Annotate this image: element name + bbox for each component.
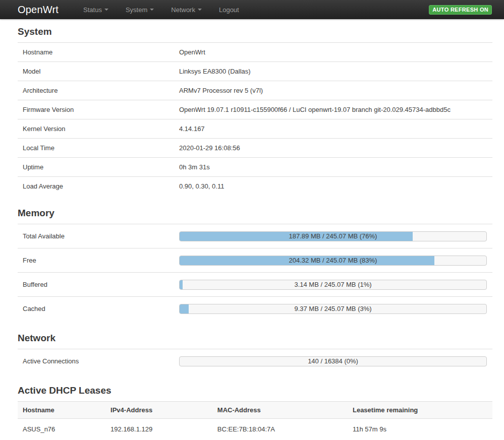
row-value: 0.90, 0.30, 0.11 xyxy=(179,182,492,190)
dhcp-leases-table: Hostname IPv4-Address MAC-Address Leaset… xyxy=(18,401,492,439)
row-label: Architecture xyxy=(18,87,179,94)
system-row-hostname: Hostname OpenWrt xyxy=(18,42,492,61)
system-section: System Hostname OpenWrt Model Linksys EA… xyxy=(18,19,492,196)
main-menu: Status System Network Logout xyxy=(75,1,248,19)
menu-item-network-label: Network xyxy=(171,6,195,14)
row-label: Uptime xyxy=(18,163,179,171)
buffered-progressbar: 3.14 MB / 245.07 MB (1%) xyxy=(179,280,487,290)
system-row-architecture: Architecture ARMv7 Processor rev 5 (v7l) xyxy=(18,81,492,100)
system-row-kernel-version: Kernel Version 4.14.167 xyxy=(18,119,492,138)
progressbar-text: 204.32 MB / 245.07 MB (83%) xyxy=(180,256,486,265)
active-connections-progressbar: 140 / 16384 (0%) xyxy=(179,356,487,366)
row-value: OpenWrt 19.07.1 r10911-c155900f66 / LuCI… xyxy=(179,106,492,113)
progressbar-text: 187.89 MB / 245.07 MB (76%) xyxy=(180,232,486,241)
system-row-load-average: Load Average 0.90, 0.30, 0.11 xyxy=(18,176,492,196)
progressbar-text: 140 / 16384 (0%) xyxy=(180,357,486,366)
row-label: Buffered xyxy=(18,281,179,288)
menu-item-status-label: Status xyxy=(83,6,102,14)
chevron-down-icon xyxy=(198,9,202,11)
dhcp-leases-section-title: Active DHCP Leases xyxy=(18,373,492,401)
row-label: Model xyxy=(18,68,179,75)
free-progressbar: 204.32 MB / 245.07 MB (83%) xyxy=(179,256,487,266)
table-row: ASUS_n76 192.168.1.129 BC:EE:7B:18:04:7A… xyxy=(18,419,492,440)
row-value: ARMv7 Processor rev 5 (v7l) xyxy=(179,87,492,94)
row-value: 2020-01-29 16:08:56 xyxy=(179,144,492,152)
menu-item-logout[interactable]: Logout xyxy=(210,1,248,19)
row-label: Cached xyxy=(18,305,179,312)
row-label: Hostname xyxy=(18,48,179,56)
menu-item-logout-label: Logout xyxy=(219,6,239,14)
row-label: Local Time xyxy=(18,144,179,152)
row-value: 0h 3m 31s xyxy=(179,163,492,171)
row-label: Total Available xyxy=(18,232,179,240)
total-available-progressbar: 187.89 MB / 245.07 MB (76%) xyxy=(179,231,487,241)
row-label: Load Average xyxy=(18,182,179,190)
chevron-down-icon xyxy=(150,9,154,11)
system-section-title: System xyxy=(18,19,492,42)
memory-section: Memory Total Available 187.89 MB / 245.0… xyxy=(18,196,492,321)
menu-item-status[interactable]: Status xyxy=(75,1,117,19)
row-value: 4.14.167 xyxy=(179,125,492,133)
menu-item-system-label: System xyxy=(126,6,147,14)
lease-leasetime: 11h 57m 9s xyxy=(348,419,492,440)
menu-item-network[interactable]: Network xyxy=(162,1,210,19)
network-section: Network Active Connections 140 / 16384 (… xyxy=(18,321,492,373)
lease-ipv4: 192.168.1.129 xyxy=(105,419,212,440)
lease-hostname: ASUS_n76 xyxy=(18,419,105,440)
lease-mac: BC:EE:7B:18:04:7A xyxy=(212,419,348,440)
memory-row-free: Free 204.32 MB / 245.07 MB (83%) xyxy=(18,248,492,272)
memory-row-total-available: Total Available 187.89 MB / 245.07 MB (7… xyxy=(18,224,492,248)
column-header-leasetime: Leasetime remaining xyxy=(348,402,492,419)
row-label: Free xyxy=(18,257,179,264)
auto-refresh-badge[interactable]: AUTO REFRESH ON xyxy=(429,5,492,15)
memory-row-buffered: Buffered 3.14 MB / 245.07 MB (1%) xyxy=(18,272,492,296)
column-header-ipv4: IPv4-Address xyxy=(105,402,212,419)
cached-progressbar: 9.37 MB / 245.07 MB (3%) xyxy=(179,304,487,314)
row-label: Firmware Version xyxy=(18,106,179,113)
system-row-local-time: Local Time 2020-01-29 16:08:56 xyxy=(18,138,492,157)
chevron-down-icon xyxy=(104,9,108,11)
navbar: OpenWrt Status System Network Logout AUT… xyxy=(0,0,504,19)
memory-section-title: Memory xyxy=(18,196,492,224)
network-section-title: Network xyxy=(18,321,492,349)
system-row-uptime: Uptime 0h 3m 31s xyxy=(18,157,492,176)
table-header-row: Hostname IPv4-Address MAC-Address Leaset… xyxy=(18,402,492,419)
row-value: OpenWrt xyxy=(179,48,492,56)
row-label: Kernel Version xyxy=(18,125,179,133)
column-header-mac: MAC-Address xyxy=(212,402,348,419)
system-row-model: Model Linksys EA8300 (Dallas) xyxy=(18,61,492,81)
menu-item-system[interactable]: System xyxy=(117,1,162,19)
overview-page: System Hostname OpenWrt Model Linksys EA… xyxy=(18,19,492,439)
network-row-active-connections: Active Connections 140 / 16384 (0%) xyxy=(18,349,492,373)
memory-row-cached: Cached 9.37 MB / 245.07 MB (3%) xyxy=(18,296,492,321)
row-value: Linksys EA8300 (Dallas) xyxy=(179,68,492,75)
row-label: Active Connections xyxy=(18,357,179,365)
progressbar-text: 9.37 MB / 245.07 MB (3%) xyxy=(180,304,486,313)
dhcp-leases-section: Active DHCP Leases Hostname IPv4-Address… xyxy=(18,373,492,439)
column-header-hostname: Hostname xyxy=(18,402,105,419)
progressbar-text: 3.14 MB / 245.07 MB (1%) xyxy=(180,280,486,289)
system-row-firmware-version: Firmware Version OpenWrt 19.07.1 r10911-… xyxy=(18,100,492,119)
brand-logo[interactable]: OpenWrt xyxy=(18,4,59,16)
